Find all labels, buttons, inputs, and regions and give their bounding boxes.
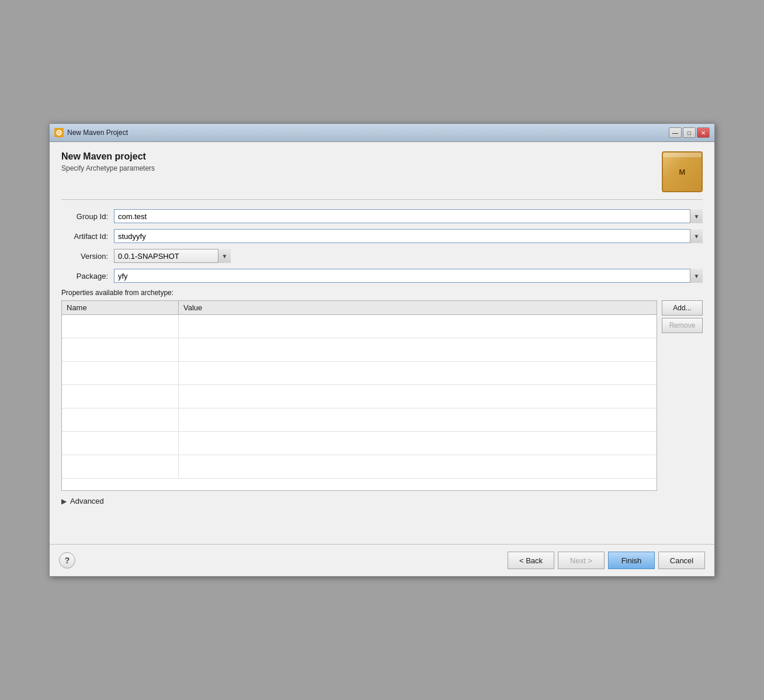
cancel-button[interactable]: Cancel	[658, 552, 705, 569]
remove-button[interactable]: Remove	[662, 318, 703, 333]
help-button[interactable]: ?	[59, 552, 75, 569]
value-cell	[179, 385, 657, 408]
artifact-id-input[interactable]	[114, 229, 703, 243]
package-wrapper: ▼	[114, 269, 703, 283]
version-select[interactable]: 0.0.1-SNAPSHOT	[114, 249, 231, 263]
name-cell	[62, 432, 179, 455]
spacer	[61, 511, 703, 535]
version-wrapper: 0.0.1-SNAPSHOT ▼	[114, 249, 231, 263]
back-button[interactable]: < Back	[508, 552, 554, 569]
minimize-button[interactable]: —	[669, 127, 682, 138]
form-section: Group Id: ▼ Artifact Id: ▼ Version:	[61, 209, 703, 283]
table-section: Name Value	[61, 300, 703, 491]
dialog-subtitle: Specify Archetype parameters	[61, 164, 662, 172]
value-cell	[179, 408, 657, 431]
table-row[interactable]	[62, 408, 657, 432]
table-row[interactable]	[62, 338, 657, 362]
name-cell	[62, 338, 179, 361]
name-cell	[62, 385, 179, 408]
dialog-window: ⚙ New Maven Project — □ ✕ New Maven proj…	[49, 123, 715, 577]
close-button[interactable]: ✕	[697, 127, 710, 138]
dialog-content: New Maven project Specify Archetype para…	[50, 142, 714, 544]
package-dropdown-arrow[interactable]: ▼	[690, 269, 703, 283]
window-icon: ⚙	[54, 128, 64, 137]
name-cell	[62, 315, 179, 338]
name-column-header: Name	[62, 301, 179, 314]
table-row[interactable]	[62, 432, 657, 455]
group-id-label: Group Id:	[61, 212, 114, 221]
value-cell	[179, 315, 657, 338]
window-controls: — □ ✕	[669, 127, 710, 138]
table-row[interactable]	[62, 315, 657, 338]
next-button[interactable]: Next >	[558, 552, 605, 569]
name-cell	[62, 362, 179, 384]
group-id-input[interactable]	[114, 209, 703, 223]
group-id-dropdown-arrow[interactable]: ▼	[690, 209, 703, 223]
name-cell	[62, 408, 179, 431]
finish-button[interactable]: Finish	[608, 552, 655, 569]
window-icon-symbol: ⚙	[55, 129, 62, 137]
table-body	[62, 315, 657, 490]
package-input[interactable]	[114, 269, 703, 283]
package-row: Package: ▼	[61, 269, 703, 283]
table-row[interactable]	[62, 385, 657, 408]
group-id-row: Group Id: ▼	[61, 209, 703, 223]
header-text: New Maven project Specify Archetype para…	[61, 151, 662, 172]
footer-buttons: < Back Next > Finish Cancel	[508, 552, 705, 569]
title-bar-left: ⚙ New Maven Project	[54, 128, 128, 137]
advanced-section[interactable]: ▶ Advanced	[61, 497, 703, 505]
dialog-footer: ? < Back Next > Finish Cancel	[50, 544, 714, 576]
version-row: Version: 0.0.1-SNAPSHOT ▼	[61, 249, 703, 263]
dialog-title: New Maven project	[61, 151, 662, 162]
version-label: Version:	[61, 252, 114, 261]
table-buttons: Add... Remove	[662, 300, 703, 491]
footer-left: ?	[59, 552, 75, 569]
value-cell	[179, 432, 657, 455]
name-cell	[62, 455, 179, 478]
package-label: Package:	[61, 272, 114, 280]
properties-table: Name Value	[61, 300, 657, 491]
artifact-id-wrapper: ▼	[114, 229, 703, 243]
maximize-button[interactable]: □	[683, 127, 696, 138]
table-header: Name Value	[62, 301, 657, 315]
value-cell	[179, 338, 657, 361]
artifact-id-label: Artifact Id:	[61, 232, 114, 241]
table-row[interactable]	[62, 455, 657, 479]
header-section: New Maven project Specify Archetype para…	[61, 151, 703, 192]
table-row[interactable]	[62, 362, 657, 385]
artifact-id-dropdown-arrow[interactable]: ▼	[690, 229, 703, 243]
group-id-wrapper: ▼	[114, 209, 703, 223]
maven-letter: M	[679, 168, 686, 176]
header-divider	[61, 199, 703, 200]
value-cell	[179, 455, 657, 478]
title-bar: ⚙ New Maven Project — □ ✕	[50, 124, 714, 142]
advanced-label: Advanced	[70, 497, 104, 505]
maven-logo: M	[662, 151, 703, 192]
artifact-id-row: Artifact Id: ▼	[61, 229, 703, 243]
value-cell	[179, 362, 657, 384]
value-column-header: Value	[179, 301, 657, 314]
add-button[interactable]: Add...	[662, 300, 703, 316]
window-title: New Maven Project	[67, 129, 128, 137]
advanced-arrow-icon: ▶	[61, 497, 67, 505]
properties-label: Properties available from archetype:	[61, 289, 703, 297]
